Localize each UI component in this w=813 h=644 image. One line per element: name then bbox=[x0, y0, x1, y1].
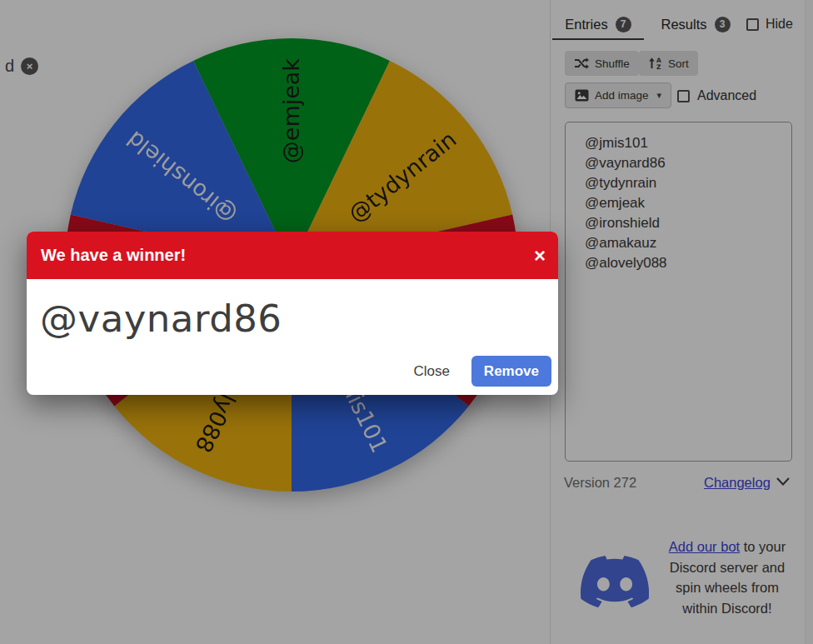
app-window: d × @emjeak@tydynrain@vaynard86@jmis101@… bbox=[0, 0, 813, 644]
winner-dialog-actions: Close Remove bbox=[405, 356, 551, 387]
winner-dialog: We have a winner! × @vaynard86 Close Rem… bbox=[27, 232, 558, 395]
winner-name: @vaynard86 bbox=[40, 297, 282, 341]
close-icon[interactable]: × bbox=[534, 232, 546, 279]
winner-dialog-title: We have a winner! bbox=[41, 232, 186, 279]
close-button[interactable]: Close bbox=[405, 357, 457, 387]
winner-dialog-header: We have a winner! × bbox=[27, 232, 558, 279]
remove-button[interactable]: Remove bbox=[471, 356, 551, 387]
